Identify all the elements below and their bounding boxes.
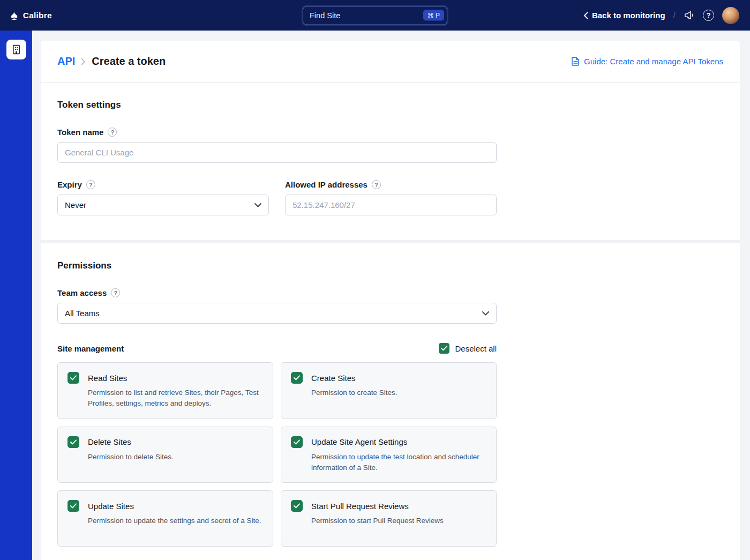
- back-to-monitoring-link[interactable]: Back to monitoring: [583, 11, 665, 20]
- allowed-ip-label: Allowed IP addresses: [285, 180, 368, 189]
- chevron-right-icon: [81, 58, 86, 65]
- permission-title: Read Sites: [88, 374, 127, 383]
- find-site-search[interactable]: Find Site ⌘ P: [303, 6, 447, 25]
- check-icon: [294, 375, 300, 380]
- check-icon: [294, 503, 300, 509]
- calibre-logo-icon[interactable]: ♠: [11, 9, 18, 22]
- chevron-down-icon: [482, 311, 489, 316]
- permission-title: Update Sites: [88, 502, 134, 511]
- permission-description: Permission to list and retrieve Sites, t…: [88, 387, 263, 409]
- permission-card-read-sites: Read Sites Permission to list and retrie…: [57, 362, 273, 419]
- token-settings-section: Token settings Token name ? Expiry: [41, 83, 740, 240]
- permission-card-delete-sites: Delete Sites Permission to delete Sites.: [57, 427, 273, 483]
- expiry-select[interactable]: Never: [57, 195, 269, 215]
- find-site-placeholder: Find Site: [310, 11, 340, 20]
- permission-description: Permission to update the settings and se…: [88, 516, 263, 526]
- permission-checkbox[interactable]: [291, 500, 303, 512]
- token-name-help-icon[interactable]: ?: [108, 128, 117, 137]
- permission-title: Create Sites: [311, 374, 356, 383]
- guide-link[interactable]: Guide: Create and manage API Tokens: [572, 57, 723, 66]
- breadcrumb-api-link[interactable]: API: [57, 55, 75, 68]
- permission-card-update-sites: Update Sites Permission to update the se…: [57, 490, 273, 547]
- deselect-all-checkbox[interactable]: [439, 343, 449, 354]
- allowed-ip-help-icon[interactable]: ?: [372, 180, 381, 189]
- permissions-form: Team access ? All Teams: [57, 288, 497, 324]
- permissions-heading: Permissions: [57, 260, 723, 271]
- team-access-help-icon[interactable]: ?: [111, 288, 120, 297]
- permission-checkbox[interactable]: [291, 436, 303, 448]
- expiry-label: Expiry: [57, 180, 82, 189]
- permission-description: Permission to start Pull Request Reviews: [311, 516, 486, 526]
- permission-cards-grid: Read Sites Permission to list and retrie…: [57, 362, 497, 547]
- avatar[interactable]: [722, 7, 739, 24]
- permission-checkbox[interactable]: [68, 436, 79, 448]
- token-name-field: Token name ?: [57, 128, 497, 163]
- check-icon: [70, 439, 77, 445]
- permission-checkbox[interactable]: [291, 372, 303, 384]
- page-title: Create a token: [92, 55, 166, 68]
- allowed-ip-input[interactable]: [285, 195, 497, 215]
- sidebar-item-organization[interactable]: [6, 40, 26, 59]
- permission-card-start-pull-request-reviews: Start Pull Request Reviews Permission to…: [281, 490, 497, 547]
- expiry-ip-row: Expiry ? Never Allowed IP addresses: [57, 180, 497, 215]
- page-header: API Create a token Guide: Create and man…: [41, 41, 740, 83]
- nav-divider: /: [673, 11, 676, 20]
- breadcrumb: API Create a token: [57, 55, 166, 68]
- document-icon: [572, 57, 580, 66]
- guide-link-label: Guide: Create and manage API Tokens: [584, 57, 723, 66]
- deselect-all-control[interactable]: Deselect all: [439, 343, 497, 354]
- permission-description: Permission to create Sites.: [311, 387, 486, 398]
- deselect-all-label: Deselect all: [455, 344, 497, 353]
- back-link-label: Back to monitoring: [592, 11, 665, 20]
- content-card: API Create a token Guide: Create and man…: [41, 41, 740, 560]
- chevron-left-icon: [583, 12, 588, 19]
- check-icon: [294, 439, 300, 445]
- main-content: API Create a token Guide: Create and man…: [32, 31, 750, 560]
- check-icon: [70, 503, 77, 509]
- permission-title: Start Pull Request Reviews: [311, 502, 409, 511]
- expiry-field: Expiry ? Never: [57, 180, 269, 215]
- building-icon: [11, 44, 22, 55]
- expiry-selected-value: Never: [65, 200, 86, 210]
- token-settings-heading: Token settings: [57, 100, 723, 110]
- brand-group: ♠ Calibre: [11, 9, 52, 22]
- sidebar: [0, 31, 32, 560]
- check-icon: [70, 375, 77, 380]
- permission-description: Permission to update the test location a…: [311, 452, 486, 474]
- expiry-help-icon[interactable]: ?: [86, 180, 95, 189]
- permission-title: Update Site Agent Settings: [311, 437, 407, 446]
- chevron-down-icon: [254, 203, 261, 207]
- token-name-label: Token name: [57, 128, 103, 137]
- check-icon: [441, 346, 447, 351]
- permission-title: Delete Sites: [88, 437, 131, 446]
- permission-checkbox[interactable]: [68, 500, 79, 512]
- changelog-megaphone-icon[interactable]: [684, 10, 695, 21]
- team-access-selected-value: All Teams: [65, 309, 100, 318]
- help-icon[interactable]: ?: [703, 10, 714, 21]
- site-management-row: Site management Deselect all: [57, 343, 497, 354]
- navbar-actions: Back to monitoring / ?: [583, 7, 739, 24]
- allowed-ip-field: Allowed IP addresses ?: [285, 180, 497, 215]
- team-access-field: Team access ? All Teams: [57, 288, 497, 324]
- token-settings-form: Token name ? Expiry ? Never: [57, 128, 497, 215]
- shortcut-badge: ⌘ P: [423, 10, 444, 21]
- site-management-heading: Site management: [57, 344, 124, 353]
- token-name-input[interactable]: [57, 142, 497, 163]
- permission-checkbox[interactable]: [68, 372, 79, 384]
- permission-description: Permission to delete Sites.: [88, 452, 263, 462]
- top-navbar: ♠ Calibre Find Site ⌘ P Back to monitori…: [0, 0, 750, 31]
- brand-name[interactable]: Calibre: [23, 11, 52, 20]
- permission-card-create-sites: Create Sites Permission to create Sites.: [281, 362, 497, 419]
- permission-card-update-site-agent-settings: Update Site Agent Settings Permission to…: [281, 427, 497, 483]
- team-access-select[interactable]: All Teams: [57, 303, 497, 324]
- permissions-section: Permissions Team access ? All Teams: [41, 243, 740, 554]
- team-access-label: Team access: [57, 288, 107, 297]
- app-layout: API Create a token Guide: Create and man…: [0, 31, 750, 560]
